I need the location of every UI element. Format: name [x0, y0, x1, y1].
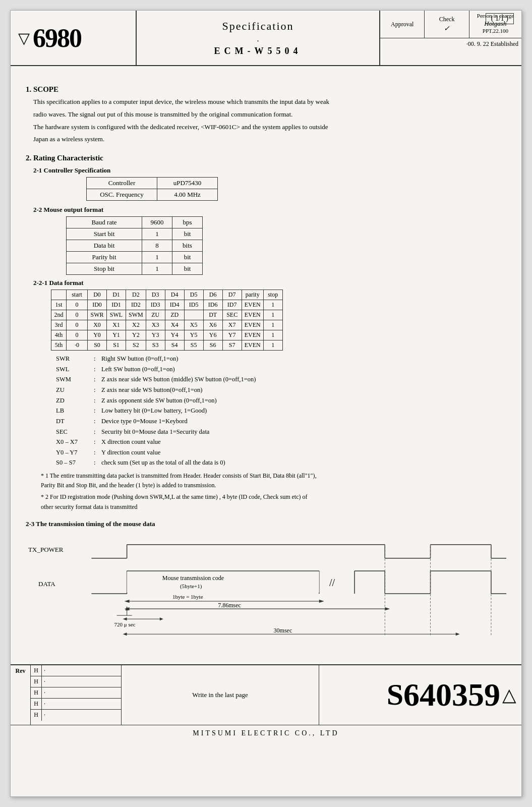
person-signature2: PPT.22.100	[483, 28, 508, 34]
table-row: Controller uPD75430	[87, 178, 218, 189]
legend-row: SEC : Security bit 0=Mouse data 1=Securi…	[56, 427, 506, 437]
header: ▽ 6980 Specification • ECM-W5504 Approva…	[11, 11, 521, 66]
table-row: 1st 0 ID0 ID1 ID2 ID3 ID4 ID5 ID6 ID7 EV…	[51, 300, 283, 310]
timing-sub: 2-3 The transmission timing of the mouse…	[26, 520, 506, 528]
rating-heading: 2. Rating Characteristic	[26, 154, 506, 162]
col-parity: parity	[242, 290, 263, 300]
table-row: Data bit 8 bits	[67, 240, 203, 252]
header-center: Specification • ECM-W5504	[137, 11, 380, 65]
data-label: Data bit	[67, 240, 142, 252]
footer-row-item: H ·	[31, 676, 121, 687]
footer-big-num: S 64 0359 △	[319, 665, 521, 725]
osc-value: 4.00 MHz	[157, 189, 218, 201]
footer-circle-icon: △	[502, 684, 516, 706]
svg-text:1byte = 1byte: 1byte = 1byte	[172, 594, 203, 600]
data-val1: 8	[142, 240, 172, 252]
table-row: Stop bit 1 bit	[67, 263, 203, 275]
stop-val1: 1	[142, 263, 172, 275]
scope-text3: The hardware system is configured with t…	[33, 122, 506, 133]
stop-val2: bit	[172, 263, 203, 275]
svg-marker-33	[385, 607, 390, 610]
logo-triangle-icon: ▽	[18, 29, 29, 47]
svg-text:TX_POWER: TX_POWER	[28, 546, 64, 553]
baud-val2: bps	[172, 217, 203, 228]
data-val2: bits	[172, 240, 203, 252]
col-start: start	[67, 290, 88, 300]
content: 1. SCOPE This specification applies to a…	[11, 66, 521, 654]
logo-text: 6980	[33, 23, 81, 53]
col-d0: D0	[88, 290, 107, 300]
table-row: Baud rate 9600 bps	[67, 217, 203, 228]
footer-company: MITSUMI ELECTRIC CO., LTD	[11, 725, 521, 739]
legend-row: ZD : Z axis opponent side SW button (0=o…	[56, 395, 506, 406]
scope-text4: Japan as a wireless system.	[33, 134, 506, 145]
col-d3: D3	[146, 290, 165, 300]
output-table: Baud rate 9600 bps Start bit 1 bit Data …	[66, 216, 203, 275]
table-row: OSC. Frequency 4.00 MHz	[87, 189, 218, 201]
baud-val1: 9600	[142, 217, 172, 228]
svg-text:7.86msec: 7.86msec	[218, 602, 241, 609]
svg-marker-39	[123, 617, 127, 620]
svg-marker-28	[125, 600, 130, 603]
row-1st: 1st	[51, 300, 67, 310]
footnote2: * 2 For ID registration mode (Pushing do…	[41, 492, 506, 511]
footer-rev-label: Rev	[11, 665, 31, 725]
controller-table: Controller uPD75430 OSC. Frequency 4.00 …	[86, 177, 218, 201]
start-val2: bit	[172, 228, 203, 240]
legend-row: Y0 – Y7 : Y direction count value	[56, 447, 506, 458]
timing-diagram: TX_POWER DATA	[26, 533, 506, 644]
parity-label: Parity bit	[67, 252, 142, 263]
svg-text:30msec: 30msec	[274, 627, 292, 634]
osc-label: OSC. Frequency	[87, 189, 157, 201]
footer-row-item: H ·	[31, 699, 121, 710]
footer-row-item: H ·	[31, 687, 121, 699]
data-format-sub: 2-2-1 Data format	[33, 279, 506, 287]
legend-row: SWR : Right SW button (0=off,1=on)	[56, 354, 506, 364]
header-title: Specification	[222, 20, 293, 33]
table-row: 4th 0 Y0 Y1 Y2 Y3 Y4 Y5 Y6 Y7 EVEN 1	[51, 330, 283, 340]
footer-row-item: H ·	[31, 710, 121, 721]
document-page: ▽ 6980 Specification • ECM-W5504 Approva…	[10, 10, 522, 797]
col-d6: D6	[203, 290, 222, 300]
col-d2: D2	[126, 290, 146, 300]
timing-section: 2-3 The transmission timing of the mouse…	[26, 520, 506, 644]
col-blank	[51, 290, 67, 300]
established-row: ·00. 9. 22 Established	[380, 38, 521, 50]
scope-text1: This specification applies to a computer…	[33, 97, 506, 107]
table-row: 3rd 0 X0 X1 X2 X3 X4 X5 X6 X7 EVEN 1	[51, 320, 283, 330]
svg-text:720 μ sec: 720 μ sec	[114, 621, 136, 627]
parity-val1: 1	[142, 252, 172, 263]
controller-label: Controller	[87, 178, 157, 189]
table-header-row: start D0 D1 D2 D3 D4 D5 D6 D7 parity sto…	[51, 290, 283, 300]
table-row: Parity bit 1 bit	[67, 252, 203, 263]
svg-text:(5byte+1): (5byte+1)	[180, 583, 202, 590]
col-stop: stop	[263, 290, 282, 300]
legend-row: X0 – X7 : X direction count value	[56, 437, 506, 447]
svg-text:Mouse transmission code: Mouse transmission code	[162, 574, 224, 582]
legend-row: SWL : Left SW button (0=off,1=on)	[56, 364, 506, 375]
parity-val2: bit	[172, 252, 203, 263]
header-model: ECM-W5504	[214, 46, 302, 56]
svg-text://: //	[329, 577, 335, 588]
col-d7: D7	[222, 290, 242, 300]
legend-row: S0 – S7 : check sum (Set up as the total…	[56, 457, 506, 468]
col-d4: D4	[165, 290, 184, 300]
page-num: ( 1/1 )	[486, 13, 514, 24]
data-format-table: start D0 D1 D2 D3 D4 D5 D6 D7 parity sto…	[51, 290, 283, 351]
footer-row-item: H ·	[31, 665, 121, 676]
stop-label: Stop bit	[67, 263, 142, 275]
footer-big-num-64: 64	[403, 676, 436, 714]
footnote1: * 1 The entire transmitting data packet …	[41, 471, 506, 490]
footer-big-num-0359: 0359	[436, 676, 500, 714]
start-val1: 1	[142, 228, 172, 240]
check-box: Check ✓	[425, 11, 469, 38]
svg-marker-43	[123, 632, 127, 636]
scope-heading: 1. SCOPE	[26, 85, 506, 94]
legend-row: DT : Device type 0=Mouse 1=Keybord	[56, 416, 506, 427]
scope-text2: radio waves. The signal out put of this …	[33, 109, 506, 120]
legend: SWR : Right SW button (0=off,1=on) SWL :…	[56, 354, 506, 468]
legend-row: LB : Low battery bit (0=Low battery, 1=G…	[56, 406, 506, 416]
controller-value: uPD75430	[157, 178, 218, 189]
output-sub: 2-2 Mouse output format	[33, 206, 506, 214]
footer: Rev H · H · H · H · H · Write in the	[11, 664, 521, 725]
